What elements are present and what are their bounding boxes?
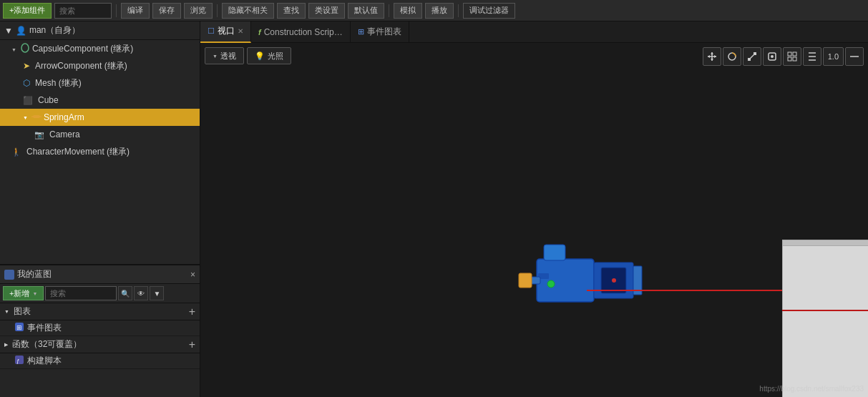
svg-rect-15 xyxy=(754,52,756,55)
blueprint-panel-title: 我的蓝图 xyxy=(4,268,52,280)
scale-tool-button[interactable] xyxy=(743,47,761,66)
cube-laser-line xyxy=(782,310,868,311)
toolbar-separator-2 xyxy=(217,4,218,17)
camera-object-container xyxy=(508,237,651,333)
svg-rect-31 xyxy=(544,245,565,260)
tree-item-mesh[interactable]: ⬡ Mesh (继承) xyxy=(0,74,200,92)
blueprint-panel-close[interactable]: × xyxy=(190,270,195,280)
compile-button[interactable]: 编译 xyxy=(121,3,150,19)
mesh-label: Mesh (继承) xyxy=(35,77,82,89)
capsule-expand-icon xyxy=(11,44,16,54)
tab-bar: ☐ 视口 ✕ f Construction Scrip… ⊞ 事件图表 xyxy=(200,21,868,43)
viewport-tab-label: 视口 xyxy=(218,25,235,37)
springarm-icon xyxy=(31,112,42,124)
functions-add-button[interactable]: + xyxy=(189,339,195,351)
transform-settings-button[interactable] xyxy=(763,47,781,66)
add-component-button[interactable]: +添加组件 xyxy=(3,3,52,19)
blueprint-panel: 我的蓝图 × +新增 ▼ 🔍 👁 ▼ ▼ 图表 xyxy=(0,265,200,397)
bp-row-eventgraph[interactable]: ⊞ 事件图表 xyxy=(0,320,200,336)
play-button[interactable]: 播放 xyxy=(425,3,454,19)
viewport[interactable]: ▼ 透视 💡 光照 xyxy=(200,43,868,397)
svg-rect-21 xyxy=(788,57,791,61)
svg-point-0 xyxy=(21,44,29,52)
arrow-icon: ➤ xyxy=(23,61,30,71)
svg-rect-36 xyxy=(519,273,532,288)
new-add-label: +新增 xyxy=(9,288,29,299)
zoom-level-button[interactable]: 1.0 xyxy=(823,47,844,66)
blueprint-panel-icon xyxy=(4,270,14,280)
movement-icon: 🚶 xyxy=(11,147,21,157)
svg-text:ƒ: ƒ xyxy=(16,358,19,364)
arrow-label: ArrowComponent (继承) xyxy=(35,60,127,72)
svg-marker-11 xyxy=(708,55,710,58)
capsule-icon xyxy=(20,43,30,55)
construction-tab-icon: f xyxy=(258,28,261,36)
browse-button[interactable]: 浏览 xyxy=(184,3,213,19)
bp-eye-icon[interactable]: 👁 xyxy=(134,286,148,300)
mesh-icon: ⬡ xyxy=(23,78,30,88)
grid-button[interactable] xyxy=(783,47,801,66)
bp-toolbar: +新增 ▼ 🔍 👁 ▼ xyxy=(0,284,200,303)
tab-viewport[interactable]: ☐ 视口 ✕ xyxy=(200,21,251,43)
toolbar-separator-1 xyxy=(116,4,117,17)
tree-item-movement[interactable]: 🚶 CharacterMovement (继承) xyxy=(0,143,200,160)
component-search-input[interactable] xyxy=(54,3,112,19)
bp-section-graph[interactable]: ▼ 图表 + xyxy=(0,303,200,320)
hide-unrelated-button[interactable]: 隐藏不相关 xyxy=(222,3,274,19)
components-list: ▼ 👤 man（自身） CapsuleComponent (继承) ➤ Arro… xyxy=(0,21,200,265)
class-settings-button[interactable]: 类设置 xyxy=(308,3,345,19)
toolbar-separator-4 xyxy=(458,4,459,17)
springarm-expand-icon: ▼ xyxy=(23,115,28,120)
viewport-tab-close[interactable]: ✕ xyxy=(238,27,243,35)
svg-marker-9 xyxy=(711,52,713,54)
save-button[interactable]: 保存 xyxy=(152,3,181,19)
svg-marker-12 xyxy=(714,55,716,58)
svg-rect-20 xyxy=(793,52,796,56)
bp-section-functions[interactable]: ▶ 函数（32可覆盖） + xyxy=(0,336,200,353)
svg-point-18 xyxy=(771,55,774,58)
bp-settings-icon[interactable]: ▼ xyxy=(150,286,164,300)
move-tool-button[interactable] xyxy=(703,47,721,66)
bp-search-icon[interactable]: 🔍 xyxy=(118,286,132,300)
functions-expand-icon: ▶ xyxy=(4,342,8,348)
constructscript-label: 构建脚本 xyxy=(27,355,62,367)
lighting-dropdown[interactable]: 💡 光照 xyxy=(247,47,291,64)
svg-point-32 xyxy=(547,280,555,288)
svg-point-34 xyxy=(612,278,616,283)
graph-section-label: 图表 xyxy=(14,305,31,318)
root-item[interactable]: ▼ 👤 man（自身） xyxy=(0,21,200,40)
simulate-button[interactable]: 模拟 xyxy=(394,3,422,19)
perspective-dropdown-arrow: ▼ xyxy=(213,54,218,59)
tab-construction[interactable]: f Construction Scrip… xyxy=(251,21,351,43)
maximize-viewport-button[interactable] xyxy=(845,47,864,66)
events-tab-icon: ⊞ xyxy=(358,27,364,36)
main-layout: ▼ 👤 man（自身） CapsuleComponent (继承) ➤ Arro… xyxy=(0,21,868,397)
svg-rect-16 xyxy=(748,58,751,61)
graph-add-button[interactable]: + xyxy=(189,306,195,318)
snap-button[interactable] xyxy=(803,47,821,66)
tree-item-capsule[interactable]: CapsuleComponent (继承) xyxy=(0,40,200,57)
rotate-tool-button[interactable] xyxy=(723,47,741,66)
viewport-tab-icon: ☐ xyxy=(208,26,215,36)
camera-icon: 📷 xyxy=(34,130,44,139)
bp-section-functions-title: ▶ 函数（32可覆盖） xyxy=(4,338,82,351)
viewport-area: ☐ 视口 ✕ f Construction Scrip… ⊞ 事件图表 ▼ 透视 xyxy=(200,21,868,397)
defaults-button[interactable]: 默认值 xyxy=(348,3,384,19)
tree-item-camera[interactable]: 📷 Camera xyxy=(0,126,200,143)
svg-rect-27 xyxy=(537,259,594,302)
cube-label: Cube xyxy=(38,95,59,105)
capsule-label: CapsuleComponent (继承) xyxy=(32,43,133,55)
perspective-dropdown[interactable]: ▼ 透视 xyxy=(205,47,244,64)
tree-item-arrow[interactable]: ➤ ArrowComponent (继承) xyxy=(0,57,200,74)
camera-3d-object xyxy=(508,237,651,330)
new-add-button[interactable]: +新增 ▼ xyxy=(3,286,44,300)
find-button[interactable]: 查找 xyxy=(277,3,306,19)
graph-expand-icon: ▼ xyxy=(4,309,9,314)
tree-item-springarm[interactable]: ▼ SpringArm xyxy=(0,109,200,126)
bp-search-input[interactable] xyxy=(45,286,117,300)
bp-row-constructscript[interactable]: ƒ 构建脚本 xyxy=(0,353,200,369)
new-add-arrow: ▼ xyxy=(32,291,37,296)
tree-item-cube[interactable]: ⬛ Cube xyxy=(0,92,200,109)
tab-events[interactable]: ⊞ 事件图表 xyxy=(351,21,409,43)
debug-filter-button[interactable]: 调试过滤器 xyxy=(463,3,515,19)
